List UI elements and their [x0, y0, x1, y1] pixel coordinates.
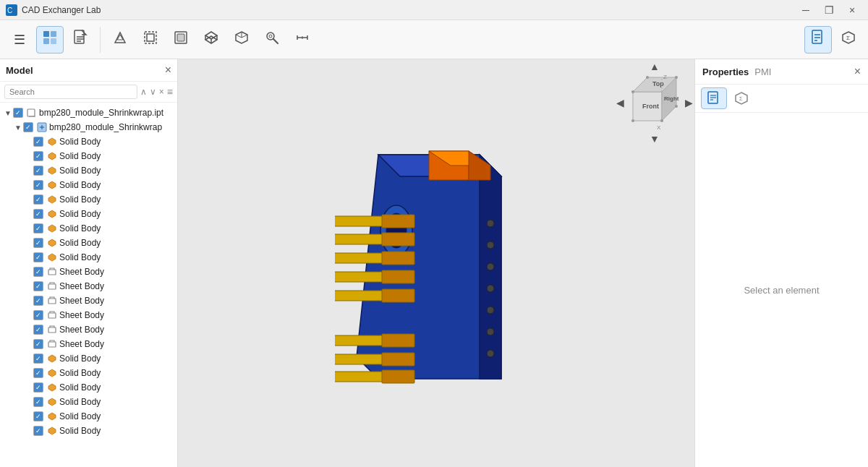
checkbox[interactable] — [33, 180, 43, 190]
solid-body-12[interactable]: Solid Body — [0, 380, 177, 395]
front-view-button[interactable] — [167, 26, 195, 53]
svg-marker-43 — [48, 138, 56, 145]
solid-body-9[interactable]: Solid Body — [0, 250, 177, 265]
checkbox[interactable] — [33, 296, 43, 306]
properties-tab-button[interactable] — [804, 26, 832, 53]
checkbox[interactable] — [33, 382, 43, 393]
checkbox[interactable] — [33, 252, 43, 262]
sheet-body-1[interactable]: Sheet Body — [0, 265, 177, 279]
nav-cube[interactable]: Front Top Right Z X — [622, 70, 687, 135]
svg-rect-77 — [382, 252, 414, 265]
solid-icon — [46, 223, 58, 234]
checkbox[interactable] — [33, 267, 43, 277]
hamburger-menu-button[interactable]: ☰ — [6, 26, 33, 53]
level1-expand-icon[interactable]: ▼ — [13, 122, 23, 132]
solid-body-1[interactable]: Solid Body — [0, 134, 177, 149]
tree-label: Sheet Body — [59, 339, 104, 349]
solid-icon — [46, 252, 58, 263]
checkbox[interactable] — [33, 325, 43, 335]
checkbox[interactable] — [33, 209, 43, 219]
svg-text:Front: Front — [642, 103, 659, 110]
solid-body-4[interactable]: Solid Body — [0, 178, 177, 192]
viewport[interactable]: ▲ ▼ ◀ ▶ Fron — [178, 59, 694, 467]
checkbox[interactable] — [33, 166, 43, 176]
pmi-label[interactable]: PMI — [754, 67, 771, 77]
solid-icon — [46, 425, 58, 437]
checkbox[interactable] — [33, 339, 43, 349]
right-panel-close-button[interactable]: × — [854, 65, 861, 78]
checkbox[interactable] — [33, 194, 43, 205]
search-up-button[interactable]: ∧ — [140, 87, 147, 97]
svg-line-26 — [273, 39, 278, 43]
checkbox[interactable] — [33, 281, 43, 291]
sheet-body-2[interactable]: Sheet Body — [0, 279, 177, 294]
solid-body-5[interactable]: Solid Body — [0, 192, 177, 207]
filter-button[interactable]: ≡ — [167, 86, 173, 98]
tree-label: Sheet Body — [59, 281, 104, 291]
svg-rect-79 — [382, 270, 414, 283]
sheet-body-4[interactable]: Sheet Body — [0, 308, 177, 322]
level1-checkbox[interactable] — [23, 122, 33, 132]
search-down-button[interactable]: ∨ — [150, 87, 156, 97]
solid-body-13[interactable]: Solid Body — [0, 395, 177, 409]
root-expand-icon[interactable]: ▼ — [3, 108, 13, 118]
maximize-button[interactable]: ❐ — [819, 0, 839, 20]
checkbox[interactable] — [33, 368, 43, 378]
search-input[interactable] — [4, 85, 137, 99]
perspective-icon — [112, 30, 128, 49]
sheet-body-6[interactable]: Sheet Body — [0, 337, 177, 351]
checkbox[interactable] — [33, 397, 43, 407]
svg-marker-50 — [48, 239, 56, 247]
model-tree-button[interactable] — [36, 26, 64, 53]
top-view-button[interactable] — [197, 26, 225, 53]
pmi-icon-tab[interactable]: Σ — [728, 87, 754, 109]
solid-body-2[interactable]: Solid Body — [0, 149, 177, 163]
properties-doc-button[interactable] — [67, 26, 94, 53]
root-checkbox[interactable] — [13, 108, 23, 118]
solid-icon — [46, 150, 58, 162]
svg-rect-73 — [382, 215, 414, 228]
checkbox[interactable] — [33, 223, 43, 234]
panel-close-button[interactable]: × — [165, 64, 171, 77]
sheet-icon — [46, 280, 58, 292]
pmi-tab-button[interactable]: Σ — [835, 26, 862, 53]
inspect-button[interactable] — [258, 26, 286, 53]
svg-rect-57 — [48, 342, 56, 347]
solid-body-10[interactable]: Solid Body — [0, 351, 177, 366]
tree-root-item[interactable]: ▼ bmp280_module_Shrinkwrap.ipt — [0, 106, 177, 120]
solid-body-11[interactable]: Solid Body — [0, 366, 177, 380]
checkbox[interactable] — [33, 411, 43, 421]
svg-text:Right: Right — [664, 95, 679, 102]
solid-body-6[interactable]: Solid Body — [0, 207, 177, 221]
search-clear-button[interactable]: × — [159, 87, 164, 97]
checkbox[interactable] — [33, 151, 43, 161]
svg-text:X: X — [657, 124, 661, 131]
svg-rect-13 — [147, 34, 154, 41]
sheet-body-3[interactable]: Sheet Body — [0, 294, 177, 308]
solid-body-15[interactable]: Solid Body — [0, 424, 177, 438]
root-icon — [26, 107, 38, 119]
measure-button[interactable] — [289, 26, 316, 53]
nav-cube-area[interactable]: ▲ ▼ ◀ ▶ Fron — [615, 59, 694, 146]
minimize-button[interactable]: ─ — [796, 0, 816, 20]
svg-text:Σ: Σ — [739, 96, 743, 101]
perspective-button[interactable] — [106, 26, 134, 53]
close-button[interactable]: × — [842, 0, 862, 20]
checkbox[interactable] — [33, 426, 43, 436]
solid-body-8[interactable]: Solid Body — [0, 236, 177, 250]
solid-body-14[interactable]: Solid Body — [0, 409, 177, 424]
checkbox[interactable] — [33, 354, 43, 364]
iso-view-button[interactable] — [228, 26, 255, 53]
svg-marker-60 — [48, 384, 56, 391]
solid-body-7[interactable]: Solid Body — [0, 221, 177, 236]
tree-container[interactable]: ▼ bmp280_module_Shrinkwrap.ipt ▼ — [0, 103, 177, 467]
tree-level1-item[interactable]: ▼ bmp280_module_Shrinkwrap — [0, 120, 177, 134]
checkbox[interactable] — [33, 310, 43, 320]
checkbox[interactable] — [33, 137, 43, 147]
sheet-body-5[interactable]: Sheet Body — [0, 322, 177, 337]
tree-label: Solid Body — [59, 368, 101, 378]
properties-icon-tab[interactable] — [701, 87, 727, 109]
fit-all-button[interactable] — [137, 26, 164, 53]
checkbox[interactable] — [33, 238, 43, 248]
solid-body-3[interactable]: Solid Body — [0, 163, 177, 178]
